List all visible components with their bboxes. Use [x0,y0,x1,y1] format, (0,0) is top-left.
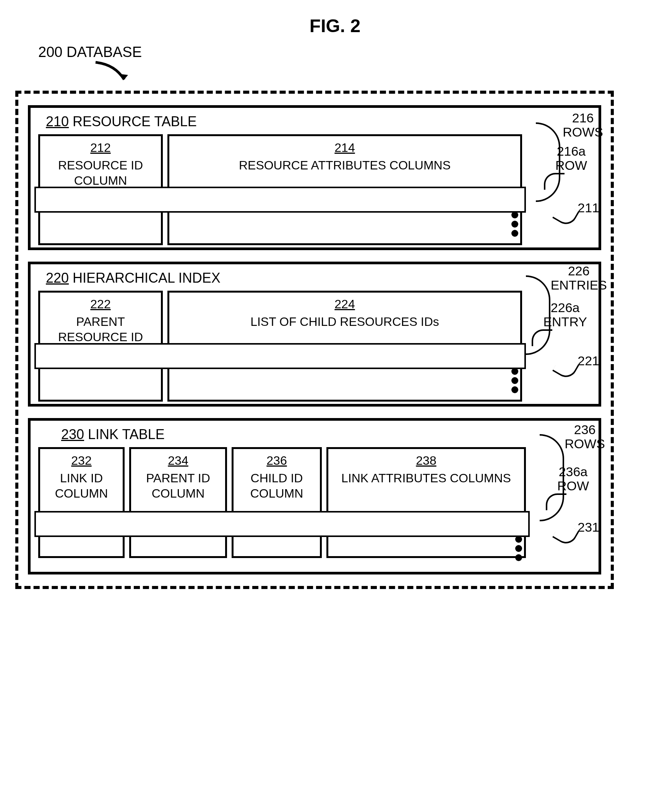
table-row [34,511,530,537]
hierarchical-index-header: 220 HIERARCHICAL INDEX [46,270,591,286]
database-container: 210 RESOURCE TABLE 212 RESOURCE ID COLUM… [15,91,614,589]
link-attributes-column: 238 LINK ATTRIBUTES COLUMNS [327,447,526,558]
link-id-column: 232 LINK ID COLUMN [38,447,125,558]
child-id-column: 236 CHILD ID COLUMN [232,447,322,558]
link-rows-annotation: 236ROWS [565,423,605,451]
figure-title: FIG. 2 [15,15,655,36]
rows-annotation: 216ROWS [563,111,603,140]
link-table: 230 LINK TABLE 232 LINK ID COLUMN 234 PA… [28,418,601,575]
ref-231: 231 [577,520,599,534]
entries-annotation: 226ENTRIES [551,264,607,293]
ref-211: 211 [577,201,599,215]
arrow-icon [92,61,138,87]
ref-221: 221 [577,354,599,368]
resource-table: 210 RESOURCE TABLE 212 RESOURCE ID COLUM… [28,105,601,250]
link-table-header: 230 LINK TABLE [61,426,591,442]
vertical-ellipsis-icon [515,536,522,561]
hierarchical-index: 220 HIERARCHICAL INDEX 222 PARENT RESOUR… [28,262,601,407]
parent-id-column: 234 PARENT ID COLUMN [129,447,227,558]
resource-table-header: 210 RESOURCE TABLE [46,114,591,130]
database-label: 200 DATABASE [38,44,655,61]
vertical-ellipsis-icon [511,212,518,237]
table-row [34,186,526,213]
vertical-ellipsis-icon [511,368,518,393]
table-row [34,343,526,369]
